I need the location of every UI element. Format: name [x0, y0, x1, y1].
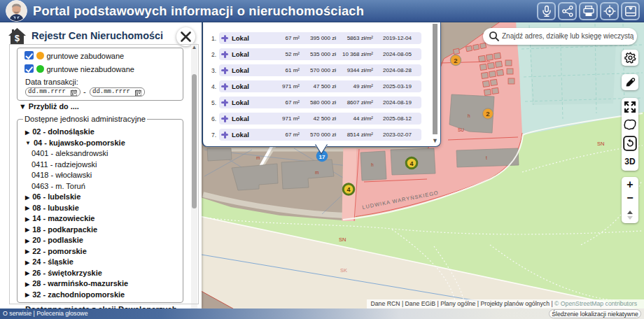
svg-text:SN: SN [597, 141, 604, 147]
svg-text:m: m [315, 170, 318, 175]
svg-text:h: h [468, 113, 470, 118]
svg-text:SN: SN [339, 236, 346, 243]
svg-text:2: 2 [454, 57, 457, 64]
svg-text:17: 17 [319, 154, 326, 160]
svg-text:t: t [486, 155, 487, 160]
svg-text:2: 2 [486, 110, 489, 118]
svg-text:4: 4 [346, 186, 350, 193]
svg-text:$: $ [15, 34, 20, 43]
svg-text:h: h [371, 162, 374, 167]
svg-text:4: 4 [410, 160, 413, 167]
svg-text:SU: SU [458, 127, 464, 132]
svg-text:m: m [256, 155, 260, 160]
svg-text:SK: SK [340, 267, 347, 274]
